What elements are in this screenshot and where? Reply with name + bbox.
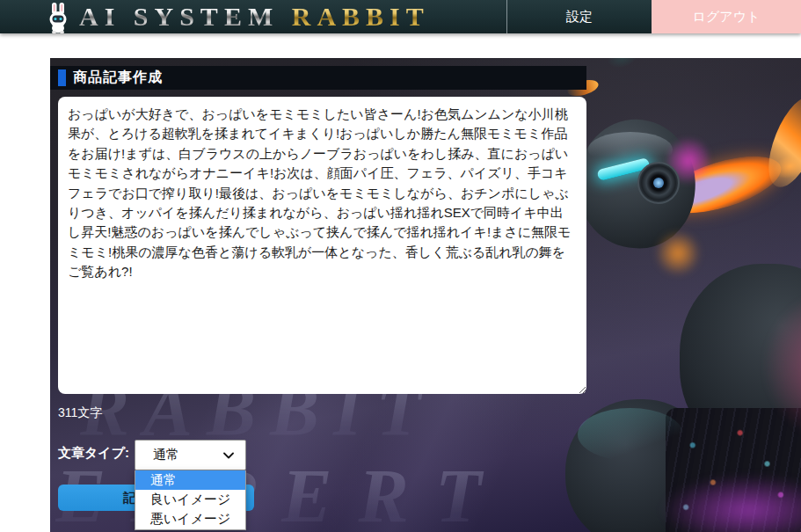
text-type-selected-value: 通常: [153, 447, 223, 463]
chevron-down-icon: [223, 452, 234, 459]
dropdown-option-bad-image[interactable]: 悪いイメージ: [135, 510, 245, 529]
robot-neck-glow: [655, 230, 701, 276]
app-logo: AI SYSTEM RABBIT: [0, 0, 506, 33]
logout-button[interactable]: ログアウト: [652, 0, 801, 33]
robot-arm-sheen: [578, 408, 683, 461]
robot-lens-center: [653, 178, 664, 188]
text-type-select[interactable]: 通常: [135, 440, 246, 470]
dropdown-option-normal[interactable]: 通常: [135, 470, 245, 490]
article-textarea[interactable]: おっぱいが大好きで、おっぱいをモミモミしたい皆さーん!お色気ムンムンな小川桃果が…: [58, 97, 586, 394]
section-title-bar: 商品記事作成: [50, 66, 586, 90]
page-title: 商品記事作成: [73, 69, 163, 87]
text-type-dropdown-list: 通常 良いイメージ 悪いイメージ: [135, 470, 246, 530]
title-accent-bar: [58, 69, 66, 86]
app-header: AI SYSTEM RABBIT 設定 ログアウト: [0, 0, 801, 33]
main-content: RABBIT EXPERT 商品記事作成 おっぱいが大好きで、おっぱいをモミモミ…: [50, 58, 801, 532]
rabbit-robot-logo-icon: [44, 2, 72, 33]
character-count: 311文字: [58, 405, 102, 421]
dropdown-option-good-image[interactable]: 良いイメージ: [135, 490, 245, 509]
text-type-label: 文章タイプ:: [58, 445, 129, 462]
settings-button[interactable]: 設定: [507, 0, 652, 33]
comet-illustration: [605, 58, 639, 71]
app-title: AI SYSTEM RABBIT: [79, 0, 430, 33]
